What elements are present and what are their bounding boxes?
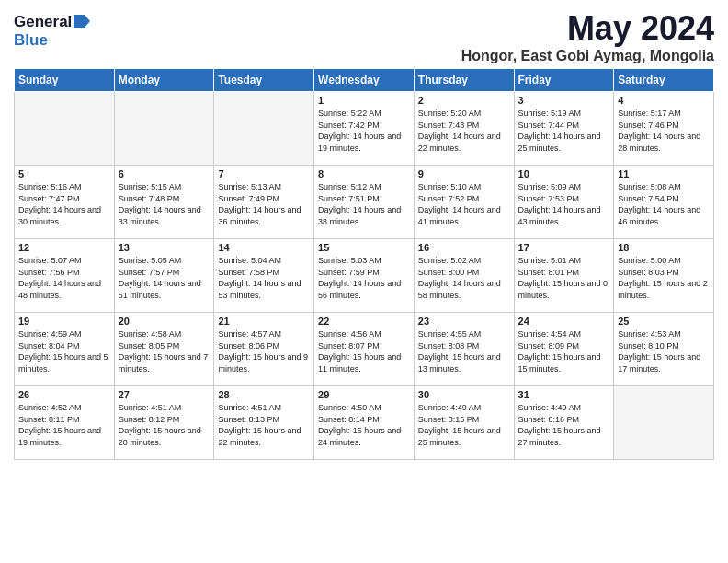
cell-info: Sunrise: 4:50 AMSunset: 8:14 PMDaylight:… — [318, 403, 401, 447]
table-row: 14Sunrise: 5:04 AMSunset: 7:58 PMDayligh… — [214, 239, 314, 313]
calendar-week-row: 19Sunrise: 4:59 AMSunset: 8:04 PMDayligh… — [15, 313, 714, 386]
logo-blue-text: Blue — [14, 31, 48, 50]
calendar-title: May 2024 — [461, 9, 714, 48]
table-row: 4Sunrise: 5:17 AMSunset: 7:46 PMDaylight… — [614, 92, 714, 166]
table-row: 31Sunrise: 4:49 AMSunset: 8:16 PMDayligh… — [514, 386, 614, 460]
logo: General Blue — [14, 13, 90, 50]
table-row: 12Sunrise: 5:07 AMSunset: 7:56 PMDayligh… — [15, 239, 115, 313]
table-row: 1Sunrise: 5:22 AMSunset: 7:42 PMDaylight… — [314, 92, 415, 166]
day-number: 23 — [418, 316, 510, 327]
page-container: General Blue May 2024 Hongor, East Gobi … — [0, 0, 728, 469]
cell-info: Sunrise: 5:09 AMSunset: 7:53 PMDaylight:… — [518, 182, 601, 226]
day-number: 10 — [518, 168, 610, 179]
header-sunday: Sunday — [15, 69, 115, 92]
day-number: 15 — [318, 242, 410, 253]
day-number: 27 — [119, 389, 210, 400]
cell-info: Sunrise: 5:17 AMSunset: 7:46 PMDaylight:… — [618, 109, 700, 153]
table-row: 9Sunrise: 5:10 AMSunset: 7:52 PMDaylight… — [414, 166, 514, 239]
header-thursday: Thursday — [414, 69, 514, 92]
table-row: 13Sunrise: 5:05 AMSunset: 7:57 PMDayligh… — [114, 239, 214, 313]
table-row: 10Sunrise: 5:09 AMSunset: 7:53 PMDayligh… — [514, 166, 614, 239]
cell-info: Sunrise: 5:20 AMSunset: 7:43 PMDaylight:… — [418, 109, 501, 153]
table-row: 18Sunrise: 5:00 AMSunset: 8:03 PMDayligh… — [614, 239, 714, 313]
day-number: 31 — [518, 389, 610, 400]
cell-info: Sunrise: 4:56 AMSunset: 8:07 PMDaylight:… — [318, 329, 401, 373]
table-row: 20Sunrise: 4:58 AMSunset: 8:05 PMDayligh… — [114, 313, 214, 386]
calendar-table: Sunday Monday Tuesday Wednesday Thursday… — [14, 68, 714, 460]
cell-info: Sunrise: 5:15 AMSunset: 7:48 PMDaylight:… — [119, 182, 201, 226]
logo-arrow-icon — [74, 15, 90, 31]
cell-info: Sunrise: 5:19 AMSunset: 7:44 PMDaylight:… — [518, 109, 601, 153]
table-row: 21Sunrise: 4:57 AMSunset: 8:06 PMDayligh… — [214, 313, 314, 386]
calendar-week-row: 1Sunrise: 5:22 AMSunset: 7:42 PMDaylight… — [15, 92, 714, 166]
day-number: 7 — [218, 168, 310, 179]
header-wednesday: Wednesday — [314, 69, 415, 92]
cell-info: Sunrise: 5:10 AMSunset: 7:52 PMDaylight:… — [418, 182, 501, 226]
cell-info: Sunrise: 4:55 AMSunset: 8:08 PMDaylight:… — [418, 329, 501, 373]
cell-info: Sunrise: 4:57 AMSunset: 8:06 PMDaylight:… — [218, 329, 308, 373]
day-number: 13 — [119, 242, 210, 253]
day-number: 4 — [618, 95, 710, 106]
day-number: 17 — [518, 242, 610, 253]
day-number: 28 — [218, 389, 310, 400]
table-row: 27Sunrise: 4:51 AMSunset: 8:12 PMDayligh… — [114, 386, 214, 460]
cell-info: Sunrise: 5:02 AMSunset: 8:00 PMDaylight:… — [418, 256, 501, 300]
table-row — [114, 92, 214, 166]
table-row: 5Sunrise: 5:16 AMSunset: 7:47 PMDaylight… — [15, 166, 115, 239]
cell-info: Sunrise: 5:22 AMSunset: 7:42 PMDaylight:… — [318, 109, 401, 153]
table-row: 25Sunrise: 4:53 AMSunset: 8:10 PMDayligh… — [614, 313, 714, 386]
cell-info: Sunrise: 5:00 AMSunset: 8:03 PMDaylight:… — [618, 256, 708, 300]
cell-info: Sunrise: 5:03 AMSunset: 7:59 PMDaylight:… — [318, 256, 401, 300]
day-number: 20 — [119, 316, 210, 327]
table-row: 19Sunrise: 4:59 AMSunset: 8:04 PMDayligh… — [15, 313, 115, 386]
cell-info: Sunrise: 4:51 AMSunset: 8:12 PMDaylight:… — [119, 403, 201, 447]
logo-general-text: General — [14, 13, 72, 31]
cell-info: Sunrise: 5:07 AMSunset: 7:56 PMDaylight:… — [18, 256, 101, 300]
table-row: 3Sunrise: 5:19 AMSunset: 7:44 PMDaylight… — [514, 92, 614, 166]
day-number: 11 — [618, 168, 710, 179]
table-row: 26Sunrise: 4:52 AMSunset: 8:11 PMDayligh… — [15, 386, 115, 460]
table-row: 30Sunrise: 4:49 AMSunset: 8:15 PMDayligh… — [414, 386, 514, 460]
day-number: 5 — [18, 168, 110, 179]
day-number: 24 — [518, 316, 610, 327]
table-row: 8Sunrise: 5:12 AMSunset: 7:51 PMDaylight… — [314, 166, 415, 239]
calendar-header-row: Sunday Monday Tuesday Wednesday Thursday… — [15, 69, 714, 92]
table-row: 2Sunrise: 5:20 AMSunset: 7:43 PMDaylight… — [414, 92, 514, 166]
header-tuesday: Tuesday — [214, 69, 314, 92]
table-row: 6Sunrise: 5:15 AMSunset: 7:48 PMDaylight… — [114, 166, 214, 239]
cell-info: Sunrise: 5:16 AMSunset: 7:47 PMDaylight:… — [18, 182, 101, 226]
day-number: 3 — [518, 95, 610, 106]
day-number: 12 — [18, 242, 110, 253]
cell-info: Sunrise: 4:49 AMSunset: 8:15 PMDaylight:… — [418, 403, 501, 447]
cell-info: Sunrise: 4:49 AMSunset: 8:16 PMDaylight:… — [518, 403, 601, 447]
header-monday: Monday — [114, 69, 214, 92]
day-number: 25 — [618, 316, 710, 327]
table-row — [15, 92, 115, 166]
day-number: 9 — [418, 168, 510, 179]
day-number: 29 — [318, 389, 410, 400]
table-row — [214, 92, 314, 166]
header-saturday: Saturday — [614, 69, 714, 92]
day-number: 30 — [418, 389, 510, 400]
header-friday: Friday — [514, 69, 614, 92]
cell-info: Sunrise: 5:05 AMSunset: 7:57 PMDaylight:… — [119, 256, 201, 300]
cell-info: Sunrise: 4:59 AMSunset: 8:04 PMDaylight:… — [18, 329, 108, 373]
day-number: 6 — [119, 168, 210, 179]
day-number: 22 — [318, 316, 410, 327]
table-row: 16Sunrise: 5:02 AMSunset: 8:00 PMDayligh… — [414, 239, 514, 313]
cell-info: Sunrise: 4:54 AMSunset: 8:09 PMDaylight:… — [518, 329, 601, 373]
table-row: 29Sunrise: 4:50 AMSunset: 8:14 PMDayligh… — [314, 386, 415, 460]
calendar-week-row: 5Sunrise: 5:16 AMSunset: 7:47 PMDaylight… — [15, 166, 714, 239]
table-row: 28Sunrise: 4:51 AMSunset: 8:13 PMDayligh… — [214, 386, 314, 460]
cell-info: Sunrise: 5:01 AMSunset: 8:01 PMDaylight:… — [518, 256, 609, 300]
table-row: 23Sunrise: 4:55 AMSunset: 8:08 PMDayligh… — [414, 313, 514, 386]
day-number: 26 — [18, 389, 110, 400]
day-number: 1 — [318, 95, 410, 106]
table-row: 11Sunrise: 5:08 AMSunset: 7:54 PMDayligh… — [614, 166, 714, 239]
cell-info: Sunrise: 4:51 AMSunset: 8:13 PMDaylight:… — [218, 403, 301, 447]
calendar-week-row: 12Sunrise: 5:07 AMSunset: 7:56 PMDayligh… — [15, 239, 714, 313]
calendar-week-row: 26Sunrise: 4:52 AMSunset: 8:11 PMDayligh… — [15, 386, 714, 460]
day-number: 2 — [418, 95, 510, 106]
svg-marker-0 — [74, 15, 90, 28]
cell-info: Sunrise: 5:04 AMSunset: 7:58 PMDaylight:… — [218, 256, 301, 300]
